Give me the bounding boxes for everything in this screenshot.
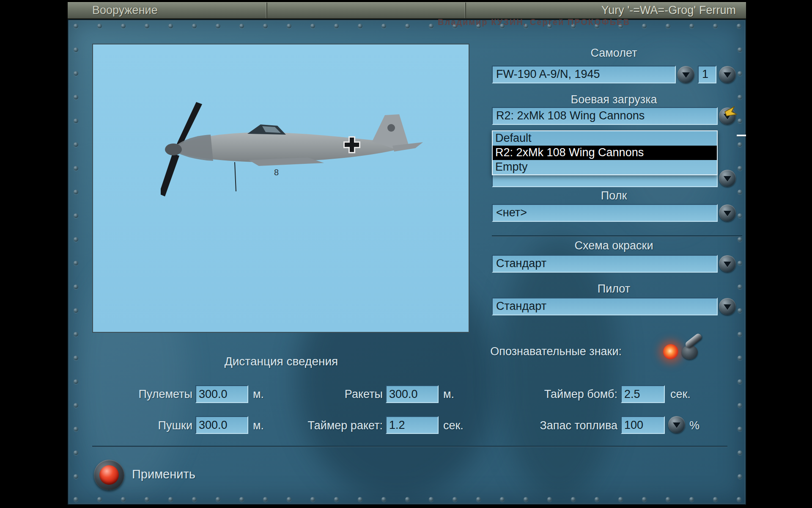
rivet xyxy=(358,24,362,28)
tab-armament[interactable]: Вооружение xyxy=(68,3,267,18)
regiment-select[interactable]: <нет> xyxy=(492,204,718,222)
rivet xyxy=(405,24,410,28)
aircraft-label: Самолет xyxy=(492,47,736,60)
pilot-select[interactable]: Стандарт xyxy=(492,298,718,315)
red-light-icon xyxy=(99,465,119,485)
rivet xyxy=(738,95,742,99)
divider-dash xyxy=(737,135,746,136)
fuel-input[interactable] xyxy=(621,416,665,434)
rivet xyxy=(74,213,78,218)
rivet xyxy=(74,261,78,265)
regiment-dropdown-button[interactable] xyxy=(719,204,736,221)
rivet xyxy=(192,497,197,502)
rivet xyxy=(738,403,742,408)
bomb-timer-label: Таймер бомб: xyxy=(529,388,617,401)
rivet xyxy=(642,497,647,502)
rivet xyxy=(97,24,102,28)
cannons-input[interactable] xyxy=(195,416,248,434)
rivet xyxy=(381,497,386,502)
rivet xyxy=(405,497,410,502)
rivet xyxy=(74,237,78,242)
rocket-timer-input[interactable] xyxy=(386,416,439,434)
rivet xyxy=(666,24,670,28)
cursor-icon xyxy=(724,106,738,120)
chevron-down-icon xyxy=(673,422,680,428)
aircraft-dropdown-button[interactable] xyxy=(678,66,694,83)
rivet xyxy=(381,24,386,28)
rivet xyxy=(310,497,315,502)
rivet xyxy=(689,24,694,28)
rivet xyxy=(666,497,670,502)
markings-toggle[interactable] xyxy=(660,337,710,364)
rivet xyxy=(334,24,339,28)
rivet xyxy=(429,497,433,502)
rivet xyxy=(168,24,173,28)
rivet xyxy=(738,284,742,289)
secondary-dropdown-button[interactable] xyxy=(719,170,736,187)
cannons-unit: м. xyxy=(253,419,264,432)
rivet xyxy=(358,497,362,502)
rivet xyxy=(74,284,78,289)
bomb-timer-input[interactable] xyxy=(621,385,665,403)
pilot-dropdown-button[interactable] xyxy=(719,298,736,315)
rivet xyxy=(738,474,742,479)
chevron-down-icon xyxy=(724,304,731,310)
loadout-option[interactable]: Default xyxy=(493,131,717,146)
fuel-dropdown-button[interactable] xyxy=(668,416,685,433)
rivet xyxy=(738,308,742,313)
aircraft-count-field[interactable]: 1 xyxy=(698,66,716,83)
rivet xyxy=(74,119,78,123)
aircraft-count-button[interactable] xyxy=(719,66,736,83)
machineguns-label: Пулеметы xyxy=(108,388,192,401)
rivet xyxy=(168,497,173,502)
rivet xyxy=(738,427,742,431)
rivet xyxy=(121,24,126,28)
rivet xyxy=(74,24,78,28)
rivet xyxy=(713,497,718,502)
skin-dropdown-button[interactable] xyxy=(719,255,736,272)
rivet xyxy=(74,450,78,455)
loadout-option[interactable]: Empty xyxy=(493,160,717,174)
rockets-label: Ракеты xyxy=(298,388,383,401)
rivet xyxy=(689,497,694,502)
rivet xyxy=(216,497,220,502)
rivet xyxy=(192,24,197,28)
rivet xyxy=(738,261,742,265)
section-divider xyxy=(492,235,742,237)
panel-texture xyxy=(500,238,618,500)
apply-button[interactable] xyxy=(94,460,124,490)
rocket-timer-label: Таймер ракет: xyxy=(298,419,383,432)
header-spacer xyxy=(267,3,466,18)
loadout-select[interactable]: R2: 2xMk 108 Wing Cannons xyxy=(492,107,718,125)
rockets-input[interactable] xyxy=(386,385,439,403)
rivet xyxy=(239,24,244,28)
fuselage-number: 8 xyxy=(274,168,279,177)
fuel-unit: % xyxy=(689,419,700,432)
loadout-label: Боевая загрузка xyxy=(492,93,736,106)
rivet xyxy=(738,142,742,147)
rivet xyxy=(74,497,78,502)
rivet xyxy=(74,379,78,384)
rivet xyxy=(595,497,599,502)
rivet xyxy=(738,450,742,455)
machineguns-input[interactable] xyxy=(195,385,248,403)
loadout-option-selected[interactable]: R2: 2xMk 108 Wing Cannons xyxy=(493,146,717,160)
skin-select[interactable]: Стандарт xyxy=(492,255,718,273)
rivet xyxy=(74,356,78,360)
fuel-label: Запас топлива xyxy=(529,419,617,432)
rivet xyxy=(287,497,291,502)
rivet xyxy=(145,497,149,502)
header-bar: Вооружение Yury '-=WA=-Grog' Ferrum xyxy=(68,2,746,19)
rivet xyxy=(74,474,78,479)
rivet xyxy=(713,24,718,28)
rivet xyxy=(74,332,78,337)
rivet xyxy=(97,497,102,502)
aircraft-select[interactable]: FW-190 A-9/N, 1945 xyxy=(492,66,676,83)
rivet xyxy=(74,47,78,52)
rivet xyxy=(738,237,742,242)
rivet xyxy=(74,142,78,147)
rivet xyxy=(737,497,741,502)
rivet xyxy=(571,497,576,502)
rivet xyxy=(287,24,291,28)
chevron-down-icon xyxy=(724,176,731,182)
